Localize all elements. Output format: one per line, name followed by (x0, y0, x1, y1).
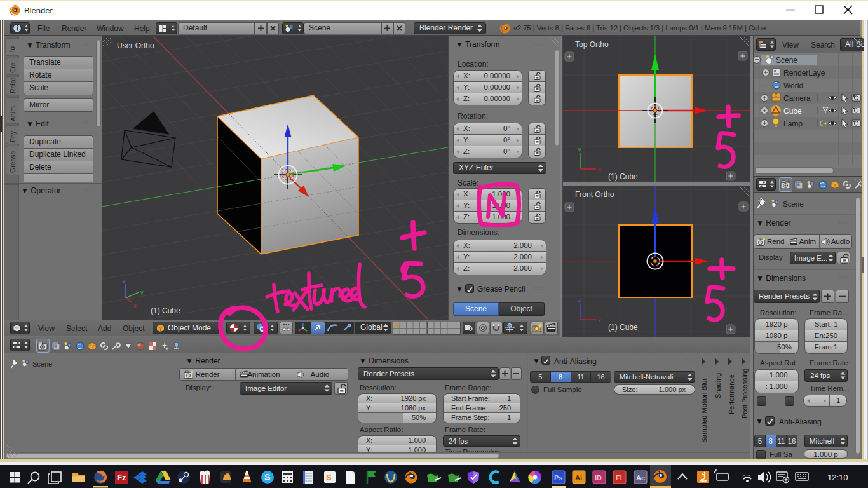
svg-text:Camera: Camera (783, 94, 811, 103)
svg-text:RenderLaye: RenderLaye (783, 69, 825, 78)
svg-text:(1) Cube: (1) Cube (608, 172, 638, 181)
svg-text:Fz: Fz (117, 473, 126, 482)
svg-text:Ps: Ps (554, 474, 562, 482)
svg-text:Ai: Ai (575, 474, 582, 482)
svg-text:Scene: Scene (776, 56, 797, 65)
svg-text:Front Ortho: Front Ortho (575, 190, 614, 199)
svg-text:z: z (578, 297, 581, 303)
svg-text:x: x (598, 166, 601, 173)
svg-text:World: World (783, 81, 803, 90)
svg-text:x: x (598, 317, 601, 323)
svg-text:(1) Cube: (1) Cube (151, 306, 180, 315)
svg-text:y: y (578, 146, 581, 152)
svg-text:y: y (140, 289, 144, 295)
svg-text:Ae: Ae (636, 474, 645, 482)
svg-text:Cube: Cube (783, 107, 802, 116)
svg-text:S: S (326, 473, 332, 482)
svg-text:Lamp: Lamp (783, 119, 803, 128)
svg-text:(1) Cube: (1) Cube (608, 323, 638, 332)
svg-text:ID: ID (595, 474, 602, 482)
svg-text:12:10: 12:10 (827, 473, 848, 482)
svg-text:z: z (123, 278, 126, 284)
svg-text:User Ortho: User Ortho (117, 41, 154, 50)
svg-text:Fl: Fl (616, 474, 622, 482)
svg-text:S: S (264, 472, 270, 482)
svg-text:x: x (133, 302, 137, 309)
svg-text:Top Ortho: Top Ortho (575, 40, 609, 49)
